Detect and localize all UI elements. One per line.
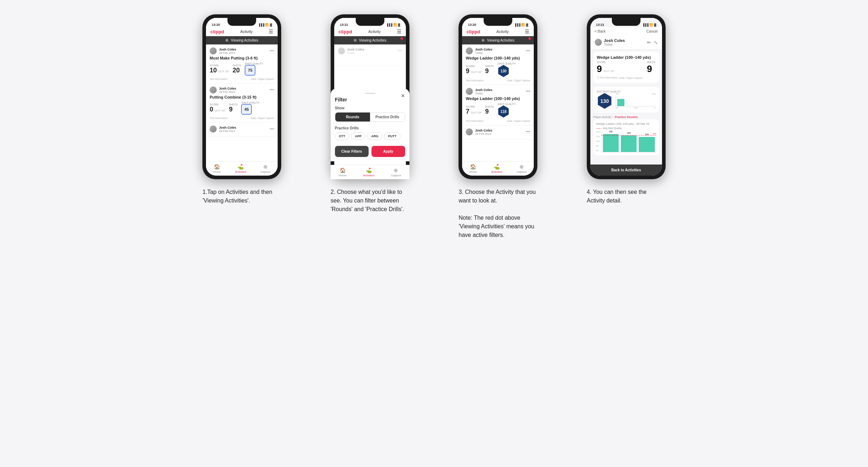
bottom-nav-2: 🏠 Home ⛳ Activities ⊕ Capture <box>334 165 406 176</box>
modal-close-btn[interactable]: ✕ <box>401 93 405 99</box>
sq-label-3-1: Shot Quality <box>497 62 515 65</box>
more-dots-1-1[interactable]: ••• <box>270 48 274 53</box>
activity-card-3-3: Josh Coles 28 Feb 2023 ••• <box>462 125 534 140</box>
user-info-3-2: Josh Coles Today <box>466 88 492 95</box>
app-nav-3: clippd Activity ☰ <box>462 27 534 36</box>
nav-activities-3[interactable]: ⛳ Activities <box>491 164 503 173</box>
practice-session-text: Practice Session <box>615 115 638 119</box>
detail-score-val: 9 <box>597 63 602 75</box>
phone-4-inner: 13:21 ▐▐▐ 📶 ▓ < Back Cancel <box>590 18 662 176</box>
expand-icon[interactable]: ⤡ <box>654 40 658 45</box>
user-info-3-1: Josh Coles Today <box>466 47 492 54</box>
stat-sq-1-2: Shot Quality 45 <box>241 101 259 115</box>
viewing-banner-2[interactable]: ⚙ Viewing Activities <box>334 36 406 44</box>
activity-card-3-1[interactable]: Josh Coles Today ••• Wedge Ladder (100–1… <box>462 44 534 85</box>
nav-home-2[interactable]: 🏠 Home <box>339 167 346 176</box>
card-header-3-1: Josh Coles Today ••• <box>466 47 530 54</box>
data-capture-4: Data: Clippd Capture <box>619 77 642 79</box>
score-label-3-2: Score <box>466 105 481 108</box>
player-activity-row: Player Activity › Practice Session <box>593 115 659 119</box>
nav-activities-2[interactable]: ⛳ Activities <box>363 167 374 176</box>
wifi-icon-1: 📶 <box>265 23 269 27</box>
banner-label-2: Viewing Activities <box>359 38 387 42</box>
chip-app[interactable]: APP <box>351 132 366 140</box>
nav-home-1[interactable]: 🏠 Home <box>213 164 221 173</box>
apply-btn[interactable]: Apply <box>371 146 405 157</box>
detail-shots-val: 9 <box>647 63 652 74</box>
user-name-3-2: Josh Coles <box>475 88 492 92</box>
cancel-btn[interactable]: Cancel <box>647 29 658 33</box>
mini-bar <box>617 99 624 106</box>
bottom-nav-3: 🏠 Home ⛳ Activities ⊕ Capture <box>462 161 534 176</box>
phone-4: 13:21 ▐▐▐ 📶 ▓ < Back Cancel <box>587 14 666 179</box>
nav-capture-1[interactable]: ⊕ Capture <box>260 164 270 173</box>
stat-score-3-2: Score 7 OUT OF <box>466 105 481 115</box>
activities-icon-1: ⛳ <box>238 164 244 170</box>
score-label-1-1: Score <box>210 64 229 67</box>
nav-capture-3[interactable]: ⊕ Capture <box>517 164 527 173</box>
bar-2-label: 129 <box>627 132 630 134</box>
activity-card-1-2[interactable]: Josh Coles 28 Feb 2023 ••• Putting Combi… <box>206 84 278 123</box>
card-stats-1-2: Score 0 OUT OF Shots 9 Shot Quality <box>210 101 274 115</box>
chip-putt[interactable]: PUTT <box>384 132 401 140</box>
nav-capture-2[interactable]: ⊕ Capture <box>391 167 401 176</box>
stat-score-1-2: Score 0 OUT OF <box>210 103 225 113</box>
stat-sq-1-1: Shot Quality 75 <box>245 62 263 76</box>
chip-arg[interactable]: ARG <box>367 132 382 140</box>
nav-home-label-3: Home <box>469 170 477 173</box>
footer2-3-2: Data: Clippd Capture <box>507 120 530 122</box>
battery-icon-2: ▓ <box>398 23 400 27</box>
avatar-1-2 <box>210 86 217 94</box>
notch-1 <box>227 18 256 26</box>
red-dot-3 <box>528 37 531 40</box>
user-name-3-1: Josh Coles <box>475 48 492 51</box>
footer2-1-1: Data: Clippd Capture <box>251 78 274 80</box>
column-3: 13:20 ▐▐▐ 📶 ▓ clippd Activity ☰ ⚙ Vie <box>440 14 557 239</box>
user-info-1-2: Josh Coles 28 Feb 2023 <box>210 86 236 94</box>
banner-label-1: Viewing Activities <box>231 38 258 42</box>
card-footer-3-2: Test Information Data: Clippd Capture <box>466 120 530 122</box>
menu-icon-2[interactable]: ☰ <box>397 29 402 34</box>
back-btn[interactable]: < Back <box>595 29 606 33</box>
detail-user-name: Josh Coles <box>604 38 625 43</box>
chart-x-label: APP <box>634 107 638 109</box>
edit-icon[interactable]: ✏ <box>647 40 651 45</box>
legend-row: —•— Avg Shot Quality <box>596 127 656 129</box>
activity-card-1-1[interactable]: Josh Coles 28 Feb 2023 ••• Must Make Put… <box>206 44 278 84</box>
toggle-practice-drills[interactable]: Practice Drills <box>370 113 405 121</box>
viewing-banner-1[interactable]: ⚙ Viewing Activities <box>206 36 278 44</box>
score-val-3-2: 7 <box>466 108 469 115</box>
notch-4 <box>612 18 641 26</box>
nav-home-3[interactable]: 🏠 Home <box>469 164 477 173</box>
home-icon-3: 🏠 <box>470 164 476 170</box>
chip-ott[interactable]: OTT <box>335 132 349 140</box>
caption-4: 4. You can then see the Activity detail. <box>587 188 666 205</box>
dashed-line: 124 <box>601 135 656 135</box>
detail-action-icons: ✏ ⤡ <box>647 40 658 45</box>
footer2-3-1: Data: Clippd Capture <box>507 79 530 82</box>
detail-user-row: Josh Coles Today ✏ ⤡ <box>590 35 662 49</box>
card-footer-3-1: Test Information Data: Clippd Capture <box>466 79 530 82</box>
menu-icon-3[interactable]: ☰ <box>525 29 529 34</box>
phone-1: 13:20 ▐▐▐ 📶 ▓ clippd Activity ☰ ⚙ Vie <box>202 14 281 179</box>
activities-icon-2: ⛳ <box>366 167 372 173</box>
viewing-banner-3[interactable]: ⚙ Viewing Activities <box>462 36 534 44</box>
detail-shots-label: Shots <box>647 61 656 63</box>
clear-filters-btn[interactable]: Clear Filters <box>335 146 369 157</box>
status-icons-4: ▐▐▐ 📶 ▓ <box>642 23 656 27</box>
menu-icon-1[interactable]: ☰ <box>269 29 273 34</box>
more-dots-3-1[interactable]: ••• <box>526 48 531 53</box>
column-2: 13:21 ▐▐▐ 📶 ▓ clippd Activity ☰ ⚙ Vie <box>311 14 429 239</box>
outof-3-2: OUT OF <box>471 111 481 114</box>
activity-card-3-2[interactable]: Josh Coles Today ••• Wedge Ladder (100–1… <box>462 85 534 125</box>
score-val-3-1: 9 <box>466 67 469 75</box>
more-dots-1-2[interactable]: ••• <box>270 87 274 92</box>
sq-badge-1-2: 45 <box>241 104 252 115</box>
user-details-1-1: Josh Coles 28 Feb 2023 <box>219 48 236 54</box>
more-dots-3-2[interactable]: ••• <box>526 89 531 94</box>
nav-activities-1[interactable]: ⛳ Activities <box>235 164 246 173</box>
more-dots-1-3[interactable]: ••• <box>270 127 274 132</box>
card-header-1-3: Josh Coles 28 Feb 2023 ••• <box>210 125 274 133</box>
toggle-rounds[interactable]: Rounds <box>335 113 370 121</box>
back-to-activities-btn[interactable]: Back to Activities <box>590 165 662 176</box>
